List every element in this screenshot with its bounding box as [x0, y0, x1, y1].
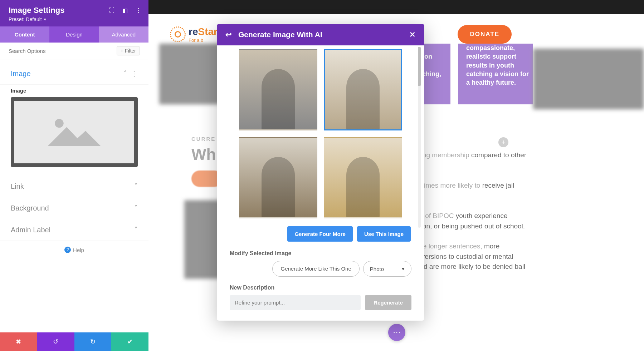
help-label: Help — [73, 247, 84, 253]
generated-image-4[interactable] — [324, 137, 402, 218]
scroll-thumb[interactable] — [418, 47, 421, 86]
tab-design[interactable]: Design — [49, 26, 99, 43]
chevron-up-icon: ˄ — [123, 69, 127, 78]
undo-icon: ↺ — [53, 338, 58, 346]
sidebar-search-row: + Filter — [0, 43, 148, 59]
save-button[interactable]: ✔ — [111, 332, 148, 351]
svg-point-2 — [55, 119, 64, 128]
filter-button[interactable]: + Filter — [117, 46, 140, 55]
filter-label: Filter — [125, 48, 136, 54]
style-select[interactable]: Photo ▾ — [363, 261, 411, 277]
settings-sidebar: Image Settings Preset: Default ▼ ⛶ ◧ ⋮ C… — [0, 0, 148, 351]
generated-image-2[interactable] — [324, 49, 402, 130]
more-vertical-icon[interactable]: ⋮ — [131, 69, 138, 78]
add-section-button[interactable]: + — [498, 137, 508, 147]
prompt-input[interactable] — [230, 295, 361, 310]
chevron-down-icon: ▾ — [402, 266, 405, 272]
back-icon[interactable]: ↩ — [225, 30, 232, 39]
modal-scrollbar[interactable] — [418, 47, 421, 228]
site-logo[interactable]: reStart For a b — [170, 26, 221, 43]
section-admin-label-title: Admin Label — [11, 226, 50, 234]
help-icon: ? — [64, 247, 71, 253]
style-select-value: Photo — [370, 266, 384, 272]
redo-icon: ↻ — [90, 338, 96, 346]
section-admin-label-header[interactable]: Admin Label ˅ — [0, 219, 148, 241]
generate-four-more-button[interactable]: Generate Four More — [287, 226, 353, 242]
regenerate-button[interactable]: Regenerate — [365, 295, 411, 310]
preset-selector[interactable]: Preset: Default ▼ — [9, 16, 140, 22]
new-description-label: New Description — [230, 285, 411, 291]
image-field-label: Image — [11, 88, 138, 94]
preset-prefix: Preset: — [9, 16, 24, 22]
sidebar-footer: ✖ ↺ ↻ ✔ — [0, 332, 148, 351]
check-icon: ✔ — [127, 338, 133, 346]
more-vertical-icon[interactable]: ⋮ — [136, 7, 141, 14]
preset-value: Default — [26, 16, 42, 22]
gutter-image-card — [533, 49, 644, 109]
modal-header: ↩ Generate Image With AI ✕ — [217, 24, 424, 45]
section-background-title: Background — [11, 204, 49, 212]
chevron-down-icon: ▼ — [43, 18, 47, 21]
section-link-header[interactable]: Link ˅ — [0, 176, 148, 197]
section-link-title: Link — [11, 182, 24, 191]
section-image-header[interactable]: Image ˄ ⋮ — [0, 63, 148, 85]
sidebar-header: Image Settings Preset: Default ▼ ⛶ ◧ ⋮ — [0, 0, 148, 26]
dock-icon[interactable]: ◧ — [122, 7, 128, 14]
undo-button[interactable]: ↺ — [37, 332, 74, 351]
close-icon: ✖ — [16, 338, 21, 346]
logo-tagline: For a b — [189, 38, 221, 43]
image-placeholder-icon — [14, 101, 134, 163]
search-input[interactable] — [9, 48, 117, 54]
floating-action-button[interactable]: ⋯ — [388, 324, 405, 341]
right-gutter — [533, 14, 644, 351]
more-like-this-button[interactable]: Generate More Like This One — [272, 261, 359, 277]
fullscreen-icon[interactable]: ⛶ — [109, 7, 114, 14]
tab-advanced[interactable]: Advanced — [99, 26, 148, 43]
logo-mark-icon — [170, 26, 186, 42]
cancel-button[interactable]: ✖ — [0, 332, 37, 351]
redo-button[interactable]: ↻ — [74, 332, 112, 351]
section-background-header[interactable]: Background ˅ — [0, 197, 148, 219]
chevron-down-icon: ˅ — [134, 226, 138, 234]
donate-button[interactable]: DONATE — [458, 25, 512, 44]
help-link[interactable]: ? Help — [0, 241, 148, 259]
logo-text-prefix: re — [189, 26, 198, 37]
close-modal-button[interactable]: ✕ — [409, 30, 416, 39]
purple-card-2: compassionate, realistic support results… — [458, 44, 541, 104]
ai-image-modal: ↩ Generate Image With AI ✕ Generate Four… — [217, 24, 424, 321]
section-image-title: Image — [11, 70, 31, 78]
plus-icon: + — [121, 48, 123, 54]
chevron-down-icon: ˅ — [134, 182, 138, 191]
generated-image-grid — [230, 45, 411, 223]
image-upload-slot[interactable] — [11, 97, 138, 167]
modify-section-label: Modify Selected Image — [230, 250, 411, 257]
modal-title: Generate Image With AI — [238, 30, 322, 39]
chevron-down-icon: ˅ — [134, 204, 138, 212]
sidebar-tabs: Content Design Advanced — [0, 26, 148, 43]
generated-image-3[interactable] — [239, 137, 317, 218]
section-image-body: Image — [0, 85, 148, 176]
tab-content[interactable]: Content — [0, 26, 49, 43]
generated-image-1[interactable] — [239, 49, 317, 130]
use-this-image-button[interactable]: Use This Image — [357, 226, 411, 242]
